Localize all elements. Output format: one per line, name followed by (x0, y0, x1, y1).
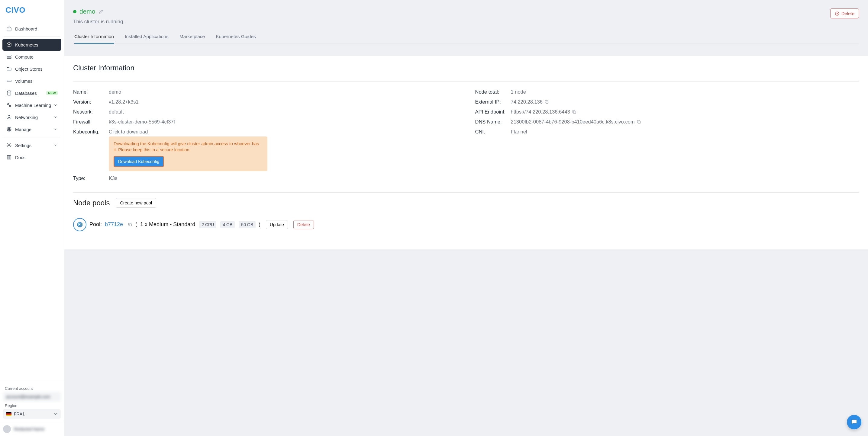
download-kubeconfig-button[interactable]: Download Kubeconfig (114, 156, 164, 167)
network-icon (6, 114, 12, 120)
gear-cluster-icon (6, 102, 12, 108)
sidebar-item-databases[interactable]: Databases NEW (2, 87, 61, 99)
sidebar-item-machine-learning[interactable]: Machine Learning (2, 99, 61, 111)
svg-point-5 (7, 91, 11, 92)
edit-icon[interactable] (98, 9, 104, 14)
value-external-ip: 74.220.28.136 (511, 99, 543, 104)
sidebar-item-manage[interactable]: Manage (2, 123, 61, 135)
avatar (3, 425, 11, 433)
value-api-endpoint: https://74.220.28.136:6443 (511, 109, 570, 114)
page-header: demo Delete This cluster is running. Clu… (64, 0, 868, 44)
copy-icon[interactable] (128, 222, 132, 227)
sidebar-nav: Dashboard Kubernetes Compute Object Stor… (0, 23, 64, 381)
label-version: Version: (73, 99, 109, 105)
value-type: K3s (109, 175, 117, 181)
sidebar-item-label: Databases (15, 91, 37, 96)
label-firewall: Firewall: (73, 119, 109, 125)
chevron-down-icon (54, 143, 58, 147)
cluster-status-text: This cluster is running. (73, 19, 859, 25)
label-network: Network: (73, 109, 109, 115)
value-dns-name: 21300fb2-0087-4b76-9208-b410eed40a6c.k8s… (511, 119, 635, 124)
label-external-ip: External IP: (475, 99, 511, 105)
label-node-total: Node total: (475, 89, 511, 95)
kubeconfig-download-link[interactable]: Click to download (109, 129, 148, 134)
delete-cluster-button[interactable]: Delete (830, 8, 859, 19)
chevron-down-icon (54, 103, 58, 107)
region-selector[interactable]: FRA1 (3, 409, 61, 419)
divider (73, 81, 859, 81)
chat-icon (850, 418, 858, 426)
pool-row: Pool: b7712e ( 1 x Medium - Standard 2 C… (73, 218, 859, 231)
label-name: Name: (73, 89, 109, 95)
pool-prefix: Pool: (89, 221, 102, 228)
tab-cluster-information[interactable]: Cluster Information (74, 31, 114, 43)
create-pool-button[interactable]: Create new pool (116, 198, 156, 208)
copy-icon[interactable] (545, 100, 549, 104)
svg-rect-15 (574, 111, 576, 113)
chevron-down-icon (54, 127, 58, 131)
pool-delete-button[interactable]: Delete (293, 220, 314, 229)
sidebar-item-compute[interactable]: Compute (2, 51, 61, 63)
sidebar-item-volumes[interactable]: Volumes (2, 75, 61, 87)
main-content: demo Delete This cluster is running. Clu… (64, 0, 868, 436)
sidebar-item-docs[interactable]: Docs (2, 151, 61, 163)
cube-icon (6, 42, 12, 48)
spec-mem: 4 GB (220, 221, 235, 228)
sidebar-item-label: Docs (15, 155, 25, 160)
cluster-info-grid: Name:demo Version:v1.28.2+k3s1 Network:d… (73, 87, 859, 183)
database-icon (6, 90, 12, 96)
label-cni: CNI: (475, 129, 511, 135)
divider (73, 192, 859, 193)
kubeconfig-warning-text: Downloading the Kubeconfig will give clu… (114, 141, 262, 153)
copy-icon[interactable] (637, 120, 641, 124)
svg-rect-14 (546, 101, 548, 104)
svg-point-8 (9, 115, 10, 116)
svg-rect-18 (79, 224, 81, 226)
brand-logo[interactable]: CIVO (0, 0, 64, 23)
sidebar-item-label: Machine Learning (15, 103, 51, 108)
svg-rect-1 (7, 55, 11, 57)
sidebar-item-dashboard[interactable]: Dashboard (2, 23, 61, 35)
sidebar-item-label: Networking (15, 115, 38, 120)
value-cni: Flannel (511, 129, 527, 135)
label-kubeconfig: Kubeconfig: (73, 129, 109, 135)
chat-widget-button[interactable] (847, 415, 861, 429)
globe-icon (6, 126, 12, 132)
cluster-name: demo (80, 8, 95, 15)
pool-id-link[interactable]: b7712e (105, 221, 123, 228)
value-firewall-link[interactable]: k3s-cluster-demo-5569-4cf37f (109, 119, 175, 124)
sidebar-item-settings[interactable]: Settings (2, 139, 61, 151)
user-row[interactable]: Redacted Name (0, 422, 64, 436)
pool-desc-open: ( (135, 221, 137, 228)
label-dns-name: DNS Name: (475, 119, 511, 125)
tab-kubernetes-guides[interactable]: Kubernetes Guides (216, 31, 256, 43)
sidebar-item-object-stores[interactable]: Object Stores (2, 63, 61, 75)
tab-installed-applications[interactable]: Installed Applications (125, 31, 168, 43)
section-title-node-pools: Node pools (73, 199, 110, 207)
label-api-endpoint: API Endpoint: (475, 109, 511, 115)
tab-marketplace[interactable]: Marketplace (180, 31, 205, 43)
pool-desc: 1 x Medium - Standard (140, 221, 195, 228)
circle-x-icon (835, 11, 840, 16)
spec-cpu: 2 CPU (199, 221, 216, 228)
svg-point-4 (8, 80, 8, 81)
account-selector[interactable]: account@example.com (3, 392, 61, 402)
sidebar-divider (4, 137, 60, 137)
chevron-down-icon (54, 115, 58, 119)
pool-update-button[interactable]: Update (266, 220, 288, 229)
sidebar-item-kubernetes[interactable]: Kubernetes (2, 39, 61, 51)
svg-rect-16 (638, 121, 641, 124)
cpu-chip-icon (73, 218, 86, 231)
book-icon (6, 154, 12, 160)
region-label: Region (5, 403, 59, 408)
sidebar-item-label: Volumes (15, 78, 33, 83)
flag-de-icon (6, 412, 11, 416)
sidebar-item-label: Dashboard (15, 26, 37, 31)
copy-icon[interactable] (572, 110, 577, 114)
gear-icon (6, 142, 12, 148)
sidebar-item-networking[interactable]: Networking (2, 111, 61, 123)
svg-text:CIVO: CIVO (5, 6, 26, 14)
value-node-total: 1 node (511, 89, 526, 95)
section-title-cluster-info: Cluster Information (73, 64, 859, 72)
chevron-down-icon (54, 412, 58, 416)
